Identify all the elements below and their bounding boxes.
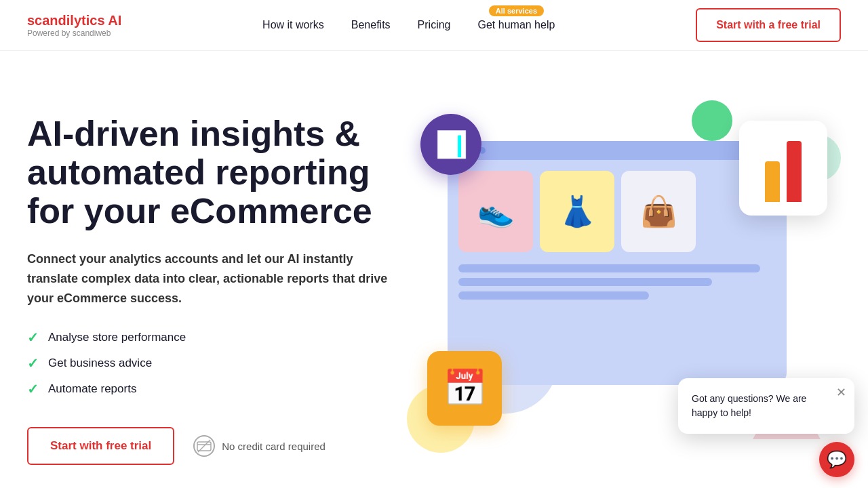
decor-green-circle — [692, 100, 732, 141]
hero-title: AI-driven insights & automated reporting… — [27, 115, 407, 231]
feature-label-2: Get business advice — [48, 357, 152, 370]
screen-body: 👟 👗 👜 — [448, 160, 787, 316]
chat-avatar-icon: 💬 — [827, 450, 847, 469]
navbar: scandilytics AI Powered by scandiweb How… — [0, 0, 868, 51]
main-screen: 👟 👗 👜 — [448, 141, 787, 385]
hero-actions: Start with free trial No credit card req… — [27, 427, 407, 465]
no-credit-card: No credit card required — [193, 435, 326, 457]
nav-links: How it works Benefits Pricing All servic… — [262, 19, 555, 31]
feature-item-1: ✓ Analyse store performance — [27, 329, 407, 346]
data-row-1 — [458, 264, 760, 272]
calendar-icon: 📅 — [443, 367, 487, 409]
data-row-2 — [458, 278, 712, 286]
analytics-icon: 📊 — [435, 129, 467, 159]
check-icon-2: ✓ — [27, 355, 39, 371]
all-services-badge: All services — [489, 5, 544, 16]
hero-cta-button[interactable]: Start with free trial — [27, 427, 174, 465]
feature-label-1: Analyse store performance — [48, 331, 186, 344]
chat-bubble-text: Got any questions? We are happy to help! — [692, 393, 806, 418]
screen-top-bar — [448, 141, 787, 160]
nav-benefits[interactable]: Benefits — [351, 19, 391, 31]
product-card-3: 👜 — [621, 171, 696, 252]
hero-content: AI-driven insights & automated reporting… — [27, 115, 407, 466]
bar-red — [787, 141, 802, 202]
float-chart-card — [739, 121, 827, 216]
no-credit-card-svg — [196, 438, 212, 454]
chat-avatar-button[interactable]: 💬 — [819, 442, 854, 477]
hero-subtitle: Connect your analytics accounts and let … — [27, 249, 407, 308]
no-cc-icon — [193, 435, 215, 457]
float-analytics-badge: 📊 — [420, 114, 481, 175]
logo: scandilytics AI Powered by scandiweb — [27, 13, 121, 38]
data-row-3 — [458, 291, 649, 300]
data-rows — [458, 264, 776, 305]
bag-icon: 👜 — [640, 194, 677, 229]
nav-pricing[interactable]: Pricing — [418, 19, 451, 31]
check-icon-3: ✓ — [27, 381, 39, 397]
nav-cta-button[interactable]: Start with a free trial — [696, 8, 841, 42]
nav-get-human-help[interactable]: Get human help — [478, 19, 555, 31]
bar-1-wrap — [765, 161, 780, 202]
chat-close-button[interactable]: ✕ — [836, 385, 846, 400]
feature-list: ✓ Analyse store performance ✓ Get busine… — [27, 329, 407, 397]
float-calendar-card: 📅 — [427, 351, 502, 426]
feature-label-3: Automate reports — [48, 382, 136, 396]
product-card-1: 👟 — [458, 171, 533, 252]
chat-bubble: Got any questions? We are happy to help!… — [678, 378, 854, 434]
dress-icon: 👗 — [559, 194, 596, 229]
feature-item-2: ✓ Get business advice — [27, 355, 407, 371]
bar-2-wrap — [787, 141, 802, 202]
brand-powered-by: Powered by scandiweb — [27, 28, 121, 38]
product-row: 👟 👗 👜 — [458, 171, 776, 252]
check-icon-1: ✓ — [27, 329, 39, 346]
shoe-icon: 👟 — [477, 194, 515, 229]
get-human-wrap: All services Get human help — [478, 19, 555, 31]
product-card-2: 👗 — [540, 171, 614, 252]
nav-how-it-works[interactable]: How it works — [262, 19, 324, 31]
no-cc-label: No credit card required — [222, 441, 326, 452]
brand-name: scandilytics AI — [27, 13, 121, 28]
bar-orange — [765, 161, 780, 202]
feature-item-3: ✓ Automate reports — [27, 381, 407, 397]
